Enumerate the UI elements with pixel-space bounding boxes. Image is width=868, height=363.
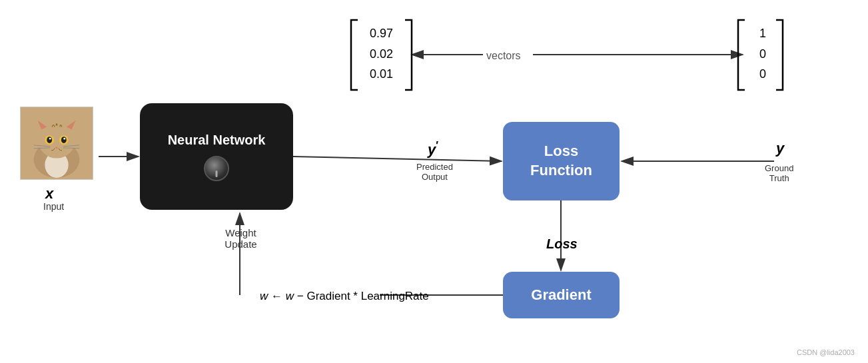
- vector-left-v2: 0.02: [370, 44, 393, 65]
- nn-title: Neural Network: [168, 133, 266, 148]
- vectors-label: vectors: [486, 50, 521, 62]
- svg-point-22: [61, 137, 67, 143]
- gradient-title: Gradient: [531, 286, 591, 304]
- vector-right-v2: 0: [759, 44, 766, 65]
- loss-function-box: LossFunction: [503, 122, 620, 200]
- y-label: y: [776, 140, 784, 157]
- vector-left-v3: 0.01: [370, 64, 393, 85]
- knob-icon: [204, 156, 229, 181]
- gradient-box: Gradient: [503, 272, 620, 318]
- vector-right-v1: 1: [759, 23, 766, 44]
- predicted-output-label: PredictedOutput: [416, 162, 453, 182]
- diagram-container: x Input Neural Network LossFunction Grad…: [0, 0, 868, 363]
- vector-left-v1: 0.97: [370, 23, 393, 44]
- svg-line-4: [293, 157, 502, 161]
- svg-point-24: [63, 138, 65, 140]
- neural-network-box: Neural Network: [140, 103, 293, 210]
- vector-right-v3: 0: [759, 64, 766, 85]
- loss-function-title: LossFunction: [530, 142, 592, 180]
- cat-image: [20, 107, 93, 180]
- vector-left-values: 0.97 0.02 0.01: [370, 23, 393, 85]
- watermark: CSDN @lida2003: [797, 348, 855, 356]
- svg-point-14: [39, 125, 75, 159]
- y-prime-label: y′: [428, 140, 438, 159]
- x-label: x: [45, 185, 53, 202]
- formula-label: w ← w − Gradient * LearningRate: [260, 290, 429, 303]
- weight-update-label: WeightUpdate: [191, 227, 290, 250]
- x-sublabel: Input: [43, 201, 64, 212]
- svg-point-23: [49, 138, 51, 140]
- vector-right-values: 1 0 0: [759, 23, 766, 85]
- ground-truth-label: GroundTruth: [765, 163, 793, 183]
- svg-point-21: [47, 137, 52, 143]
- loss-output-label: Loss: [546, 236, 578, 252]
